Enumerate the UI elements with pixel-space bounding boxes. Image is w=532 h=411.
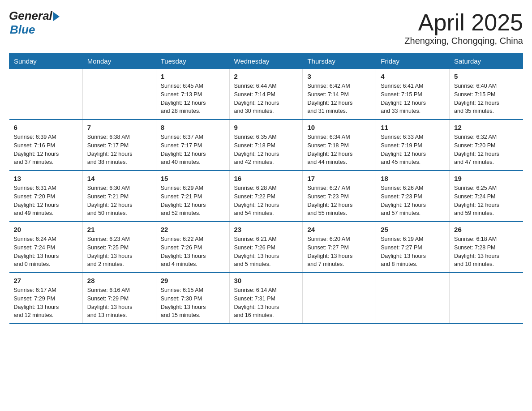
day-number: 23 xyxy=(234,226,298,233)
calendar-cell: 6Sunrise: 6:39 AMSunset: 7:16 PMDaylight… xyxy=(9,120,83,171)
day-info: Sunrise: 6:24 AMSunset: 7:24 PMDaylight:… xyxy=(14,235,78,269)
calendar-cell: 12Sunrise: 6:32 AMSunset: 7:20 PMDayligh… xyxy=(450,120,523,171)
calendar-cell: 20Sunrise: 6:24 AMSunset: 7:24 PMDayligh… xyxy=(9,222,83,273)
day-info: Sunrise: 6:34 AMSunset: 7:18 PMDaylight:… xyxy=(307,133,371,167)
day-header-friday: Friday xyxy=(376,54,450,69)
day-number: 20 xyxy=(14,226,78,233)
day-info: Sunrise: 6:38 AMSunset: 7:17 PMDaylight:… xyxy=(87,133,151,167)
day-number: 28 xyxy=(87,277,151,284)
day-number: 15 xyxy=(161,175,225,182)
calendar-cell xyxy=(82,69,156,120)
day-header-saturday: Saturday xyxy=(450,54,523,69)
day-info: Sunrise: 6:41 AMSunset: 7:15 PMDaylight:… xyxy=(381,82,445,116)
day-info: Sunrise: 6:44 AMSunset: 7:14 PMDaylight:… xyxy=(234,82,298,116)
logo-blue-text: Blue xyxy=(10,23,35,37)
calendar-cell: 3Sunrise: 6:42 AMSunset: 7:14 PMDaylight… xyxy=(303,69,376,120)
calendar-cell: 14Sunrise: 6:30 AMSunset: 7:21 PMDayligh… xyxy=(82,171,156,222)
day-number: 29 xyxy=(161,277,225,284)
calendar-cell: 18Sunrise: 6:26 AMSunset: 7:23 PMDayligh… xyxy=(376,171,450,222)
day-number: 11 xyxy=(381,124,445,131)
calendar-cell: 5Sunrise: 6:40 AMSunset: 7:15 PMDaylight… xyxy=(450,69,523,120)
day-number: 12 xyxy=(454,124,518,131)
calendar-cell: 9Sunrise: 6:35 AMSunset: 7:18 PMDaylight… xyxy=(229,120,303,171)
day-number: 13 xyxy=(14,175,78,182)
calendar-cell: 19Sunrise: 6:25 AMSunset: 7:24 PMDayligh… xyxy=(450,171,523,222)
day-info: Sunrise: 6:27 AMSunset: 7:23 PMDaylight:… xyxy=(307,184,371,218)
day-info: Sunrise: 6:39 AMSunset: 7:16 PMDaylight:… xyxy=(14,133,78,167)
day-info: Sunrise: 6:17 AMSunset: 7:29 PMDaylight:… xyxy=(14,286,78,320)
calendar-cell: 15Sunrise: 6:29 AMSunset: 7:21 PMDayligh… xyxy=(156,171,229,222)
day-info: Sunrise: 6:26 AMSunset: 7:23 PMDaylight:… xyxy=(381,184,445,218)
day-number: 3 xyxy=(307,73,371,80)
calendar-week-1: 1Sunrise: 6:45 AMSunset: 7:13 PMDaylight… xyxy=(9,69,523,120)
day-info: Sunrise: 6:22 AMSunset: 7:26 PMDaylight:… xyxy=(161,235,225,269)
calendar-cell: 4Sunrise: 6:41 AMSunset: 7:15 PMDaylight… xyxy=(376,69,450,120)
calendar-cell: 22Sunrise: 6:22 AMSunset: 7:26 PMDayligh… xyxy=(156,222,229,273)
day-number: 1 xyxy=(161,73,225,80)
day-header-wednesday: Wednesday xyxy=(229,54,303,69)
calendar-cell: 11Sunrise: 6:33 AMSunset: 7:19 PMDayligh… xyxy=(376,120,450,171)
day-header-monday: Monday xyxy=(82,54,156,69)
day-info: Sunrise: 6:14 AMSunset: 7:31 PMDaylight:… xyxy=(234,286,298,320)
day-info: Sunrise: 6:23 AMSunset: 7:25 PMDaylight:… xyxy=(87,235,151,269)
day-number: 5 xyxy=(454,73,518,80)
calendar-cell xyxy=(376,273,450,324)
calendar-cell: 25Sunrise: 6:19 AMSunset: 7:27 PMDayligh… xyxy=(376,222,450,273)
day-number: 25 xyxy=(381,226,445,233)
day-header-thursday: Thursday xyxy=(303,54,376,69)
day-info: Sunrise: 6:18 AMSunset: 7:28 PMDaylight:… xyxy=(454,235,518,269)
day-number: 18 xyxy=(381,175,445,182)
day-info: Sunrise: 6:28 AMSunset: 7:22 PMDaylight:… xyxy=(234,184,298,218)
day-number: 21 xyxy=(87,226,151,233)
calendar-cell: 23Sunrise: 6:21 AMSunset: 7:26 PMDayligh… xyxy=(229,222,303,273)
day-info: Sunrise: 6:19 AMSunset: 7:27 PMDaylight:… xyxy=(381,235,445,269)
day-number: 8 xyxy=(161,124,225,131)
calendar-week-5: 27Sunrise: 6:17 AMSunset: 7:29 PMDayligh… xyxy=(9,273,523,324)
calendar-header: SundayMondayTuesdayWednesdayThursdayFrid… xyxy=(9,54,523,69)
day-number: 30 xyxy=(234,277,298,284)
day-number: 6 xyxy=(14,124,78,131)
day-number: 24 xyxy=(307,226,371,233)
calendar-title: April 2025 xyxy=(404,9,523,36)
calendar-week-4: 20Sunrise: 6:24 AMSunset: 7:24 PMDayligh… xyxy=(9,222,523,273)
calendar-cell: 21Sunrise: 6:23 AMSunset: 7:25 PMDayligh… xyxy=(82,222,156,273)
day-number: 9 xyxy=(234,124,298,131)
day-info: Sunrise: 6:45 AMSunset: 7:13 PMDaylight:… xyxy=(161,82,225,116)
calendar-cell: 16Sunrise: 6:28 AMSunset: 7:22 PMDayligh… xyxy=(229,171,303,222)
calendar-cell: 29Sunrise: 6:15 AMSunset: 7:30 PMDayligh… xyxy=(156,273,229,324)
day-info: Sunrise: 6:15 AMSunset: 7:30 PMDaylight:… xyxy=(161,286,225,320)
day-info: Sunrise: 6:31 AMSunset: 7:20 PMDaylight:… xyxy=(14,184,78,218)
day-number: 10 xyxy=(307,124,371,131)
calendar-cell xyxy=(303,273,376,324)
calendar-cell: 26Sunrise: 6:18 AMSunset: 7:28 PMDayligh… xyxy=(450,222,523,273)
calendar-cell: 28Sunrise: 6:16 AMSunset: 7:29 PMDayligh… xyxy=(82,273,156,324)
day-number: 27 xyxy=(14,277,78,284)
calendar-cell: 2Sunrise: 6:44 AMSunset: 7:14 PMDaylight… xyxy=(229,69,303,120)
day-info: Sunrise: 6:25 AMSunset: 7:24 PMDaylight:… xyxy=(454,184,518,218)
calendar-table: SundayMondayTuesdayWednesdayThursdayFrid… xyxy=(9,53,523,324)
day-info: Sunrise: 6:33 AMSunset: 7:19 PMDaylight:… xyxy=(381,133,445,167)
calendar-cell: 7Sunrise: 6:38 AMSunset: 7:17 PMDaylight… xyxy=(82,120,156,171)
calendar-cell: 30Sunrise: 6:14 AMSunset: 7:31 PMDayligh… xyxy=(229,273,303,324)
days-row: SundayMondayTuesdayWednesdayThursdayFrid… xyxy=(9,54,523,69)
day-info: Sunrise: 6:42 AMSunset: 7:14 PMDaylight:… xyxy=(307,82,371,116)
day-number: 16 xyxy=(234,175,298,182)
logo-arrow-icon xyxy=(53,12,60,21)
calendar-cell: 24Sunrise: 6:20 AMSunset: 7:27 PMDayligh… xyxy=(303,222,376,273)
day-info: Sunrise: 6:40 AMSunset: 7:15 PMDaylight:… xyxy=(454,82,518,116)
day-info: Sunrise: 6:30 AMSunset: 7:21 PMDaylight:… xyxy=(87,184,151,218)
calendar-cell: 13Sunrise: 6:31 AMSunset: 7:20 PMDayligh… xyxy=(9,171,83,222)
logo: General Blue xyxy=(9,9,60,37)
calendar-cell: 10Sunrise: 6:34 AMSunset: 7:18 PMDayligh… xyxy=(303,120,376,171)
calendar-cell: 1Sunrise: 6:45 AMSunset: 7:13 PMDaylight… xyxy=(156,69,229,120)
calendar-week-3: 13Sunrise: 6:31 AMSunset: 7:20 PMDayligh… xyxy=(9,171,523,222)
calendar-cell xyxy=(450,273,523,324)
calendar-cell: 8Sunrise: 6:37 AMSunset: 7:17 PMDaylight… xyxy=(156,120,229,171)
day-number: 17 xyxy=(307,175,371,182)
day-number: 7 xyxy=(87,124,151,131)
calendar-cell: 17Sunrise: 6:27 AMSunset: 7:23 PMDayligh… xyxy=(303,171,376,222)
day-info: Sunrise: 6:32 AMSunset: 7:20 PMDaylight:… xyxy=(454,133,518,167)
day-info: Sunrise: 6:29 AMSunset: 7:21 PMDaylight:… xyxy=(161,184,225,218)
day-number: 22 xyxy=(161,226,225,233)
day-number: 19 xyxy=(454,175,518,182)
